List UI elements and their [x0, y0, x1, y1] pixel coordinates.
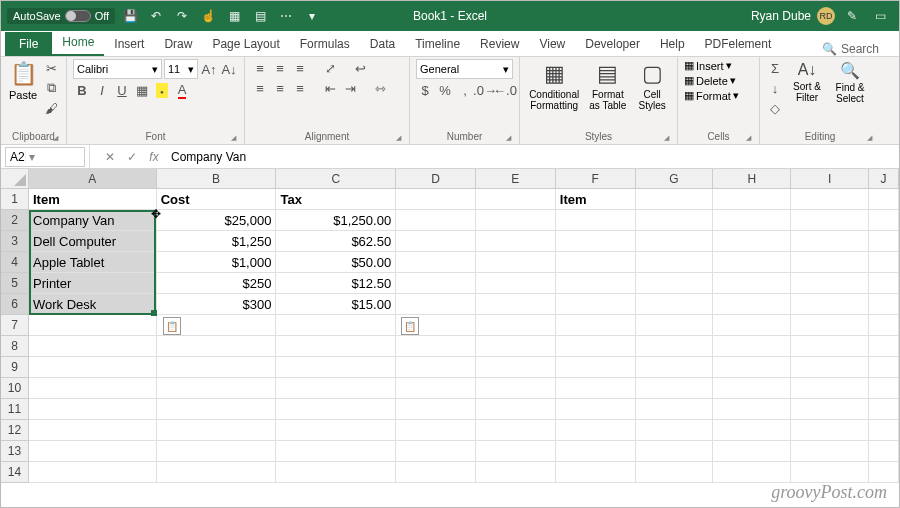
cell-B2[interactable]: $25,000: [157, 210, 277, 231]
align-top-icon[interactable]: ≡: [251, 59, 269, 77]
cell-C6[interactable]: $15.00: [276, 294, 396, 315]
cell-H9[interactable]: [713, 357, 791, 378]
align-right-icon[interactable]: ≡: [291, 79, 309, 97]
cell-F4[interactable]: [556, 252, 636, 273]
cell-B12[interactable]: [157, 420, 277, 441]
borders-qat-icon[interactable]: ▦: [223, 5, 245, 27]
insert-cells-button[interactable]: ▦ Insert ▾: [684, 59, 732, 72]
cell-I12[interactable]: [791, 420, 869, 441]
col-header-E[interactable]: E: [476, 169, 556, 189]
cell-D11[interactable]: [396, 399, 476, 420]
cell-J3[interactable]: [869, 231, 899, 252]
cell-C5[interactable]: $12.50: [276, 273, 396, 294]
cell-G6[interactable]: [636, 294, 714, 315]
col-header-D[interactable]: D: [396, 169, 476, 189]
cell-B13[interactable]: [157, 441, 277, 462]
cell-B14[interactable]: [157, 462, 277, 483]
decrease-font-icon[interactable]: A↓: [220, 60, 238, 78]
row-header-11[interactable]: 11: [1, 399, 29, 420]
col-header-A[interactable]: A: [29, 169, 157, 189]
cell-C4[interactable]: $50.00: [276, 252, 396, 273]
cell-J9[interactable]: [869, 357, 899, 378]
cell-C10[interactable]: [276, 378, 396, 399]
redo-icon[interactable]: ↷: [171, 5, 193, 27]
cell-G13[interactable]: [636, 441, 714, 462]
cell-I4[interactable]: [791, 252, 869, 273]
cell-styles-button[interactable]: ▢Cell Styles: [633, 59, 671, 113]
tab-timeline[interactable]: Timeline: [405, 32, 470, 56]
cell-I7[interactable]: [791, 315, 869, 336]
conditional-formatting-button[interactable]: ▦Conditional Formatting: [526, 59, 582, 113]
fx-icon[interactable]: fx: [143, 150, 165, 164]
tab-view[interactable]: View: [529, 32, 575, 56]
cell-D10[interactable]: [396, 378, 476, 399]
cell-H10[interactable]: [713, 378, 791, 399]
name-box[interactable]: A2 ▾: [5, 147, 85, 167]
cell-J13[interactable]: [869, 441, 899, 462]
sort-filter-button[interactable]: A↓Sort & Filter: [787, 59, 827, 105]
tab-help[interactable]: Help: [650, 32, 695, 56]
cell-D9[interactable]: [396, 357, 476, 378]
cell-D3[interactable]: [396, 231, 476, 252]
format-cells-button[interactable]: ▦ Format ▾: [684, 89, 739, 102]
cell-G2[interactable]: [636, 210, 714, 231]
autosum-icon[interactable]: Σ: [766, 59, 784, 77]
cell-I8[interactable]: [791, 336, 869, 357]
tab-review[interactable]: Review: [470, 32, 529, 56]
bold-button[interactable]: B: [73, 81, 91, 99]
find-select-button[interactable]: 🔍Find & Select: [830, 59, 870, 106]
user-name[interactable]: Ryan Dube: [751, 9, 811, 23]
font-size-select[interactable]: 11▾: [164, 59, 198, 79]
cell-F10[interactable]: [556, 378, 636, 399]
cell-B10[interactable]: [157, 378, 277, 399]
tab-insert[interactable]: Insert: [104, 32, 154, 56]
cell-A11[interactable]: [29, 399, 157, 420]
cell-A10[interactable]: [29, 378, 157, 399]
cell-C1[interactable]: Tax: [276, 189, 396, 210]
cell-A4[interactable]: Apple Tablet: [29, 252, 157, 273]
cell-I2[interactable]: [791, 210, 869, 231]
cell-G9[interactable]: [636, 357, 714, 378]
ribbon-display-icon[interactable]: ▭: [869, 5, 891, 27]
cell-G8[interactable]: [636, 336, 714, 357]
col-header-C[interactable]: C: [276, 169, 396, 189]
cell-B6[interactable]: $300: [157, 294, 277, 315]
paste-options-button[interactable]: 📋: [163, 317, 181, 335]
increase-indent-icon[interactable]: ⇥: [341, 79, 359, 97]
cell-C9[interactable]: [276, 357, 396, 378]
cell-C2[interactable]: $1,250.00: [276, 210, 396, 231]
cell-E12[interactable]: [476, 420, 556, 441]
cell-D5[interactable]: [396, 273, 476, 294]
cell-C14[interactable]: [276, 462, 396, 483]
cell-A9[interactable]: [29, 357, 157, 378]
decrease-indent-icon[interactable]: ⇤: [321, 79, 339, 97]
row-header-14[interactable]: 14: [1, 462, 29, 483]
decrease-decimal-icon[interactable]: ←.0: [496, 81, 514, 99]
enter-formula-icon[interactable]: ✓: [121, 150, 143, 164]
row-header-3[interactable]: 3: [1, 231, 29, 252]
cell-H1[interactable]: [713, 189, 791, 210]
cell-I3[interactable]: [791, 231, 869, 252]
cell-G3[interactable]: [636, 231, 714, 252]
cell-G5[interactable]: [636, 273, 714, 294]
cell-J2[interactable]: [869, 210, 899, 231]
cell-D12[interactable]: [396, 420, 476, 441]
cell-J5[interactable]: [869, 273, 899, 294]
tab-file[interactable]: File: [5, 32, 52, 56]
cell-H6[interactable]: [713, 294, 791, 315]
cell-I11[interactable]: [791, 399, 869, 420]
col-header-B[interactable]: B: [157, 169, 277, 189]
delete-cells-button[interactable]: ▦ Delete ▾: [684, 74, 736, 87]
cell-J11[interactable]: [869, 399, 899, 420]
cell-E14[interactable]: [476, 462, 556, 483]
copy-icon[interactable]: ⧉: [42, 79, 60, 97]
col-header-I[interactable]: I: [791, 169, 869, 189]
qat-dropdown-icon[interactable]: ▾: [301, 5, 323, 27]
cell-A7[interactable]: [29, 315, 157, 336]
cell-B3[interactable]: $1,250: [157, 231, 277, 252]
cell-F13[interactable]: [556, 441, 636, 462]
fill-color-button[interactable]: ⬩: [153, 81, 171, 99]
cell-H3[interactable]: [713, 231, 791, 252]
cell-E3[interactable]: [476, 231, 556, 252]
cell-J7[interactable]: [869, 315, 899, 336]
